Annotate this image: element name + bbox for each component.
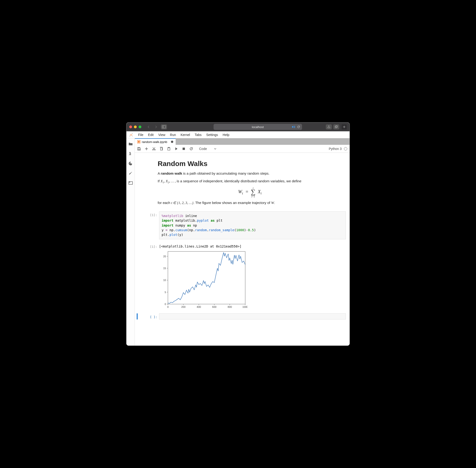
kernel-status-icon[interactable] [344,147,347,150]
kernel-label[interactable]: Python 3 [329,147,342,151]
palette-icon[interactable] [128,161,133,166]
svg-point-4 [132,133,133,134]
code-cell-1-output: [1]: [<matplotlib.lines.Line2D at 0x121e… [137,243,348,310]
menu-file[interactable]: File [138,133,143,137]
titlebar: localhost [126,122,350,131]
code-cell-2[interactable]: [ ]: [137,313,348,320]
svg-rect-14 [138,141,140,143]
address-bar[interactable]: localhost [214,124,302,130]
running-icon[interactable] [128,151,133,156]
address-url: localhost [252,125,264,129]
out-prompt: [1]: [139,243,157,310]
svg-rect-12 [129,182,130,183]
minimize-button[interactable] [134,126,137,128]
cut-button[interactable] [152,147,156,151]
code-input-empty[interactable] [159,313,346,320]
md-p1: A random walk is a path obtained by accu… [158,171,342,176]
page-title: Random Walks [158,160,342,168]
nav-back-button[interactable] [146,124,152,130]
save-button[interactable] [137,147,141,151]
md-p3: for each t ∈ {1, 2, 3, …}. The figure be… [158,200,342,205]
svg-rect-22 [183,148,185,150]
svg-text:0: 0 [165,303,166,306]
tab-filename: random-walk.ipynb [142,140,167,144]
sound-icon[interactable] [292,126,296,128]
svg-point-18 [154,149,155,150]
svg-point-6 [132,136,133,136]
celltype-value: Code [199,147,207,151]
tabstrip: random-walk.ipynb [135,138,350,145]
in-prompt-empty: [ ]: [139,313,157,320]
svg-point-5 [130,136,130,136]
svg-text:800: 800 [227,306,232,308]
zoom-button[interactable] [139,126,141,128]
in-prompt: [1]: [139,211,157,239]
active-cell-bar [137,313,138,320]
code-input[interactable]: %matplotlib inline import matplotlib.pyp… [159,211,346,239]
svg-text:20: 20 [163,255,166,258]
share-button[interactable] [326,124,332,130]
restart-button[interactable] [189,147,193,151]
menu-view[interactable]: View [158,133,165,137]
chevron-down-icon [214,147,217,150]
svg-rect-0 [162,126,166,128]
menu-tabs[interactable]: Tabs [195,133,202,137]
svg-text:10: 10 [163,279,166,281]
run-button[interactable] [174,147,178,151]
sidebar-toggle-button[interactable] [161,124,167,130]
browser-window: localhost File Edit View Run Kernel Tabs… [126,122,350,346]
math-formula: Wt = t∑i=1 Xi [158,187,342,198]
svg-rect-2 [335,126,337,128]
jupyterlab-app: File Edit View Run Kernel Tabs Settings … [126,131,350,346]
folder-icon[interactable] [128,142,133,146]
new-tab-button[interactable] [342,124,347,130]
menu-help[interactable]: Help [223,133,229,137]
notebook-toolbar: Code Python 3 [135,145,350,153]
menu-edit[interactable]: Edit [148,133,154,137]
wrench-icon[interactable] [128,171,133,176]
copy-button[interactable] [160,147,163,151]
code-cell-1[interactable]: [1]: %matplotlib inline import matplotli… [137,211,348,239]
tab-random-walk[interactable]: random-walk.ipynb [135,138,176,145]
left-sidebar [126,138,135,346]
svg-rect-3 [336,126,337,127]
svg-text:15: 15 [163,267,166,270]
celltype-select[interactable]: Code [199,147,217,151]
svg-text:400: 400 [197,306,201,308]
menu-kernel[interactable]: Kernel [180,133,190,137]
svg-rect-15 [138,149,140,150]
close-button[interactable] [129,126,132,128]
svg-point-9 [130,162,130,162]
tabs-icon[interactable] [128,181,133,185]
output-chart: 0510152002004006008001000 [159,249,248,310]
notebook-icon [137,140,140,144]
paste-button[interactable] [167,147,171,151]
notebook[interactable]: Random Walks A random walk is a path obt… [135,153,350,346]
menu-run[interactable]: Run [170,133,176,137]
traffic-lights [129,126,141,128]
output-text: [<matplotlib.lines.Line2D at 0x121ead550… [159,243,346,248]
svg-point-17 [152,149,153,150]
app-main: random-walk.ipynb Code [126,138,350,346]
svg-text:200: 200 [181,306,185,308]
reload-icon[interactable] [297,125,300,129]
work-area: random-walk.ipynb Code [135,138,350,346]
nav-forward-button[interactable] [153,124,159,130]
svg-rect-16 [138,147,139,148]
jupyter-logo[interactable] [129,132,134,137]
menubar: File Edit View Run Kernel Tabs Settings … [126,131,350,138]
menu-settings[interactable]: Settings [206,133,218,137]
svg-point-8 [129,163,130,163]
svg-text:1000: 1000 [242,306,248,308]
svg-text:5: 5 [165,291,166,293]
stop-button[interactable] [182,147,186,151]
md-p2: If X1, X2, … , is a sequence of independ… [158,179,342,184]
markdown-cell[interactable]: Random Walks A random walk is a path obt… [137,159,348,208]
dirty-indicator-icon [171,141,173,143]
svg-point-10 [131,162,131,163]
tabs-overview-button[interactable] [333,124,339,130]
svg-text:0: 0 [167,306,169,308]
svg-text:600: 600 [212,306,216,308]
insert-cell-button[interactable] [145,147,148,151]
